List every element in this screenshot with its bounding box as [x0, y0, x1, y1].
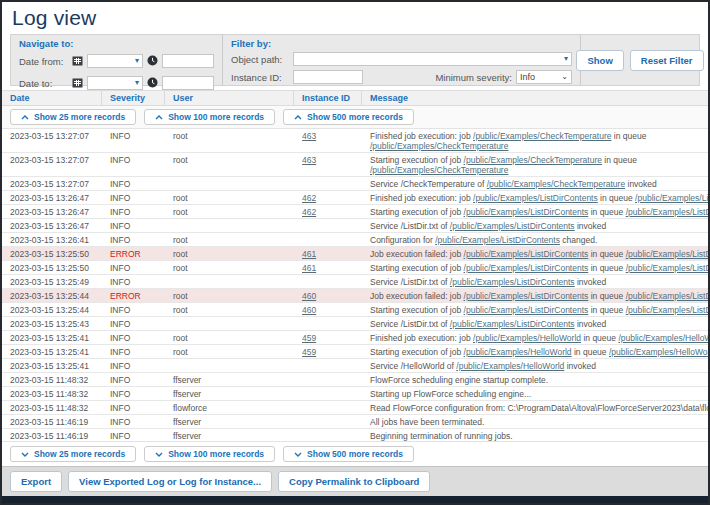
message-text: in queue [588, 291, 625, 301]
log-severity-cell: INFO [102, 177, 165, 190]
message-text: in queue [588, 263, 625, 273]
log-table-row: 2023-03-15 11:48:32INFOffserverFlowForce… [2, 373, 708, 387]
instance-id-link[interactable]: 460 [302, 305, 316, 315]
column-header-message[interactable]: Message [362, 91, 708, 105]
log-severity-cell: INFO [102, 359, 165, 372]
log-table: Date Severity User Instance ID Message S… [2, 90, 708, 466]
log-date-cell: 2023-03-15 13:27:07 [2, 177, 102, 190]
log-user-cell: root [165, 247, 294, 260]
object-path-link[interactable]: /public/Examples/HelloWorld [618, 333, 708, 343]
log-message-cell: Starting execution of job /public/Exampl… [362, 261, 708, 274]
show-25-more-label: Show 25 more records [34, 449, 125, 459]
object-path-link[interactable]: /public/Examples/ListDirContents [626, 305, 708, 315]
object-path-link[interactable]: /public/Examples/ListDirContents [464, 305, 589, 315]
filter-panels-strip: Navigate to: Date from: ▾ Date to: ▾ [10, 34, 700, 86]
chevron-down-icon: ⌄ [561, 73, 568, 81]
log-date-cell: 2023-03-15 11:48:32 [2, 401, 102, 414]
object-path-link[interactable]: /public/Examples/HelloWorld [609, 347, 708, 357]
log-instance-cell [294, 233, 362, 246]
instance-id-link[interactable]: 461 [302, 249, 316, 259]
copy-permalink-button[interactable]: Copy Permalink to Clipboard [278, 471, 430, 492]
object-path-input[interactable]: ▾ [293, 52, 572, 66]
log-instance-cell [294, 401, 362, 414]
show-500-more-button[interactable]: Show 500 more records [283, 446, 414, 462]
object-path-link[interactable]: /public/Examples/CheckTemperature [473, 131, 611, 141]
reset-filter-button[interactable]: Reset Filter [630, 50, 704, 71]
date-from-select[interactable]: ▾ [87, 54, 144, 68]
object-path-link[interactable]: /public/Examples/ListDirContents [435, 235, 560, 245]
instance-id-input[interactable] [293, 70, 363, 84]
column-header-instance-id[interactable]: Instance ID [294, 91, 362, 105]
log-severity-cell: ERROR [102, 289, 165, 302]
log-instance-cell: 461 [294, 247, 362, 260]
log-table-row: 2023-03-15 13:27:07INFOroot463Finished j… [2, 129, 708, 153]
instance-id-link[interactable]: 459 [302, 333, 316, 343]
object-path-link[interactable]: /public/Examples/ListDirContents [626, 207, 708, 217]
log-table-row: 2023-03-15 13:26:41INFOrootConfiguration… [2, 233, 708, 247]
log-user-cell: flowforce [165, 401, 294, 414]
object-path-link[interactable]: /public/Examples/HelloWorld [456, 361, 564, 371]
message-text: Service /ListDir.txt of [370, 277, 450, 287]
log-instance-cell: 462 [294, 191, 362, 204]
object-path-link[interactable]: /public/Examples/ListDirContents [473, 193, 598, 203]
export-button[interactable]: Export [10, 471, 62, 492]
object-path-link[interactable]: /public/Examples/ListDirContents [464, 291, 589, 301]
min-severity-select[interactable]: Info⌄ [516, 70, 572, 84]
object-path-link[interactable]: /public/Examples/CheckTemperature [487, 179, 625, 189]
object-path-link[interactable]: /public/Examples/ListDirContents [626, 291, 708, 301]
object-path-link[interactable]: /public/Examples/CheckTemperature [370, 165, 508, 175]
log-user-cell [165, 177, 294, 190]
show-25-more-button[interactable]: Show 25 more records [10, 109, 136, 125]
message-text: Starting execution of job [370, 207, 464, 217]
object-path-link[interactable]: /public/Examples/ListDirContents [450, 221, 575, 231]
object-path-link[interactable]: /public/Examples/ListDirContents [450, 277, 575, 287]
log-table-row: 2023-03-15 11:46:19INFOffserverBeginning… [2, 429, 708, 441]
object-path-link[interactable]: /public/Examples/CheckTemperature [370, 141, 508, 151]
instance-id-link[interactable]: 463 [302, 155, 316, 165]
show-100-more-button[interactable]: Show 100 more records [144, 446, 275, 462]
date-from-time-input[interactable] [162, 54, 214, 68]
object-path-link[interactable]: /public/Examples/ListDirContents [450, 319, 575, 329]
instance-id-link[interactable]: 461 [302, 263, 316, 273]
instance-id-link[interactable]: 463 [302, 131, 316, 141]
table-header-row: Date Severity User Instance ID Message [2, 90, 708, 106]
object-path-link[interactable]: /public/Examples/HelloWorld [473, 333, 581, 343]
log-user-cell: ffserver [165, 415, 294, 428]
object-path-link[interactable]: /public/Examples/ListDirContents [464, 263, 589, 273]
message-text: Finished job execution: job [370, 333, 473, 343]
log-user-cell [165, 275, 294, 288]
object-path-link[interactable]: /public/Examples/ListDirContents [626, 263, 708, 273]
instance-id-link[interactable]: 462 [302, 193, 316, 203]
object-path-link[interactable]: /public/Examples/ListDirContents [635, 193, 708, 203]
date-to-time-input[interactable] [162, 76, 214, 90]
date-to-select[interactable]: ▾ [87, 76, 144, 90]
column-header-date[interactable]: Date [2, 91, 102, 105]
log-message-cell: Configuration for /public/Examples/ListD… [362, 233, 708, 246]
message-text: invoked [575, 319, 607, 329]
column-header-user[interactable]: User [165, 91, 294, 105]
message-text: invoked [625, 179, 657, 189]
column-header-severity[interactable]: Severity [102, 91, 165, 105]
instance-id-link[interactable]: 460 [302, 291, 316, 301]
show-500-more-button[interactable]: Show 500 more records [283, 109, 414, 125]
log-instance-cell [294, 275, 362, 288]
object-path-link[interactable]: /public/Examples/HelloWorld [464, 347, 572, 357]
show-100-more-button[interactable]: Show 100 more records [144, 109, 275, 125]
view-exported-log-button[interactable]: View Exported Log or Log for Instance... [68, 471, 272, 492]
object-path-link[interactable]: /public/Examples/ListDirContents [464, 207, 589, 217]
instance-id-link[interactable]: 459 [302, 347, 316, 357]
log-table-row: 2023-03-15 13:25:44ERRORroot460Job execu… [2, 289, 708, 303]
calendar-icon[interactable] [72, 52, 83, 70]
clock-icon[interactable] [147, 52, 158, 70]
object-path-link[interactable]: /public/Examples/ListDirContents [464, 249, 589, 259]
object-path-link[interactable]: /public/Examples/CheckTemperature [464, 155, 602, 165]
log-severity-cell: INFO [102, 191, 165, 204]
log-table-row: 2023-03-15 13:27:07INFOroot463Starting e… [2, 153, 708, 177]
show-button[interactable]: Show [576, 50, 623, 71]
instance-id-link[interactable]: 462 [302, 207, 316, 217]
log-user-cell: root [165, 205, 294, 218]
log-date-cell: 2023-03-15 13:27:07 [2, 153, 102, 176]
object-path-link[interactable]: /public/Examples/ListDirContents [626, 249, 708, 259]
log-instance-cell: 463 [294, 129, 362, 152]
show-25-more-button[interactable]: Show 25 more records [10, 446, 136, 462]
